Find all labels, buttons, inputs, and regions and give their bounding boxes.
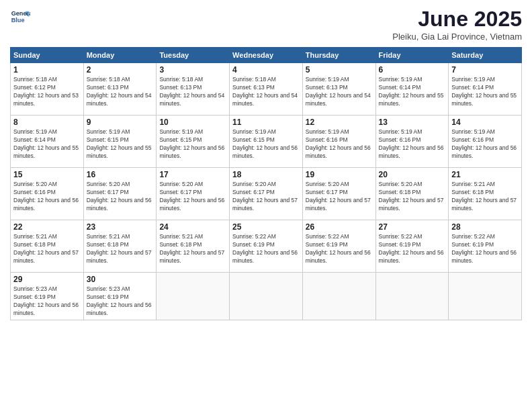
day-info: Sunrise: 5:20 AM Sunset: 6:18 PM Dayligh… [379,181,446,213]
table-row [230,273,303,320]
title-block: June 2025 Pleiku, Gia Lai Province, Viet… [392,7,522,42]
calendar-table: Sunday Monday Tuesday Wednesday Thursday… [10,47,522,320]
header-row: Sunday Monday Tuesday Wednesday Thursday… [11,48,522,63]
day-number: 4 [232,65,300,75]
svg-text:Blue: Blue [11,17,25,24]
table-row [157,273,230,320]
day-number: 18 [232,170,300,179]
day-number: 28 [451,222,519,232]
table-row: 2 Sunrise: 5:18 AM Sunset: 6:13 PM Dayli… [83,63,157,116]
day-number: 14 [451,118,519,127]
day-number: 23 [87,222,154,232]
day-info: Sunrise: 5:19 AM Sunset: 6:13 PM Dayligh… [306,76,373,108]
day-info: Sunrise: 5:21 AM Sunset: 6:18 PM Dayligh… [451,181,519,213]
table-row: 12 Sunrise: 5:19 AM Sunset: 6:16 PM Dayl… [302,116,375,168]
day-number: 15 [13,170,81,179]
day-number: 25 [232,222,300,232]
day-info: Sunrise: 5:19 AM Sunset: 6:14 PM Dayligh… [379,76,446,108]
table-row: 23 Sunrise: 5:21 AM Sunset: 6:18 PM Dayl… [83,220,157,273]
day-info: Sunrise: 5:19 AM Sunset: 6:15 PM Dayligh… [159,128,226,161]
table-row: 1 Sunrise: 5:18 AM Sunset: 6:12 PM Dayli… [11,63,84,116]
day-info: Sunrise: 5:18 AM Sunset: 6:12 PM Dayligh… [13,76,81,108]
logo: General Blue [10,7,30,27]
table-row: 24 Sunrise: 5:21 AM Sunset: 6:18 PM Dayl… [157,220,230,273]
day-number: 7 [451,65,519,75]
day-info: Sunrise: 5:21 AM Sunset: 6:18 PM Dayligh… [13,233,81,265]
col-tuesday: Tuesday [157,48,230,63]
table-row: 20 Sunrise: 5:20 AM Sunset: 6:18 PM Dayl… [375,168,449,220]
table-row: 7 Sunrise: 5:19 AM Sunset: 6:14 PM Dayli… [449,63,522,116]
day-number: 20 [379,170,446,179]
day-info: Sunrise: 5:20 AM Sunset: 6:17 PM Dayligh… [159,181,226,213]
table-row: 6 Sunrise: 5:19 AM Sunset: 6:14 PM Dayli… [375,63,449,116]
day-number: 1 [13,65,81,75]
day-info: Sunrise: 5:19 AM Sunset: 6:15 PM Dayligh… [232,128,300,161]
table-row: 27 Sunrise: 5:22 AM Sunset: 6:19 PM Dayl… [375,220,449,273]
day-number: 21 [451,170,519,179]
table-row: 14 Sunrise: 5:19 AM Sunset: 6:16 PM Dayl… [449,116,522,168]
day-info: Sunrise: 5:19 AM Sunset: 6:16 PM Dayligh… [306,128,373,161]
day-info: Sunrise: 5:21 AM Sunset: 6:18 PM Dayligh… [87,233,154,265]
table-row [375,273,449,320]
month-title: June 2025 [392,7,522,32]
day-number: 24 [159,222,226,232]
day-number: 30 [87,275,154,284]
day-number: 6 [379,65,446,75]
day-number: 8 [13,118,81,127]
day-number: 26 [306,222,373,232]
day-number: 13 [379,118,446,127]
day-info: Sunrise: 5:19 AM Sunset: 6:15 PM Dayligh… [87,128,154,161]
table-row: 25 Sunrise: 5:22 AM Sunset: 6:19 PM Dayl… [230,220,303,273]
day-info: Sunrise: 5:18 AM Sunset: 6:13 PM Dayligh… [232,76,300,108]
col-wednesday: Wednesday [230,48,303,63]
table-row: 4 Sunrise: 5:18 AM Sunset: 6:13 PM Dayli… [230,63,303,116]
calendar-week-row: 15 Sunrise: 5:20 AM Sunset: 6:16 PM Dayl… [11,168,522,220]
table-row: 13 Sunrise: 5:19 AM Sunset: 6:16 PM Dayl… [375,116,449,168]
logo-icon: General Blue [10,7,30,27]
table-row: 29 Sunrise: 5:23 AM Sunset: 6:19 PM Dayl… [11,273,84,320]
col-friday: Friday [375,48,449,63]
day-number: 12 [306,118,373,127]
day-info: Sunrise: 5:23 AM Sunset: 6:19 PM Dayligh… [13,285,81,318]
day-number: 10 [159,118,226,127]
calendar-week-row: 8 Sunrise: 5:19 AM Sunset: 6:14 PM Dayli… [11,116,522,168]
day-info: Sunrise: 5:20 AM Sunset: 6:17 PM Dayligh… [306,181,373,213]
day-info: Sunrise: 5:23 AM Sunset: 6:19 PM Dayligh… [87,285,154,318]
table-row: 3 Sunrise: 5:18 AM Sunset: 6:13 PM Dayli… [157,63,230,116]
day-info: Sunrise: 5:21 AM Sunset: 6:18 PM Dayligh… [159,233,226,265]
page: General Blue June 2025 Pleiku, Gia Lai P… [0,0,532,411]
table-row: 10 Sunrise: 5:19 AM Sunset: 6:15 PM Dayl… [157,116,230,168]
table-row: 8 Sunrise: 5:19 AM Sunset: 6:14 PM Dayli… [11,116,84,168]
table-row: 17 Sunrise: 5:20 AM Sunset: 6:17 PM Dayl… [157,168,230,220]
calendar-week-row: 1 Sunrise: 5:18 AM Sunset: 6:12 PM Dayli… [11,63,522,116]
day-number: 22 [13,222,81,232]
col-sunday: Sunday [11,48,84,63]
table-row: 15 Sunrise: 5:20 AM Sunset: 6:16 PM Dayl… [11,168,84,220]
day-info: Sunrise: 5:18 AM Sunset: 6:13 PM Dayligh… [159,76,226,108]
table-row: 5 Sunrise: 5:19 AM Sunset: 6:13 PM Dayli… [302,63,375,116]
table-row: 26 Sunrise: 5:22 AM Sunset: 6:19 PM Dayl… [302,220,375,273]
table-row: 28 Sunrise: 5:22 AM Sunset: 6:19 PM Dayl… [449,220,522,273]
day-number: 16 [87,170,154,179]
day-info: Sunrise: 5:19 AM Sunset: 6:14 PM Dayligh… [451,76,519,108]
calendar-week-row: 29 Sunrise: 5:23 AM Sunset: 6:19 PM Dayl… [11,273,522,320]
table-row: 30 Sunrise: 5:23 AM Sunset: 6:19 PM Dayl… [83,273,157,320]
col-saturday: Saturday [449,48,522,63]
day-info: Sunrise: 5:19 AM Sunset: 6:14 PM Dayligh… [13,128,81,161]
table-row: 19 Sunrise: 5:20 AM Sunset: 6:17 PM Dayl… [302,168,375,220]
table-row: 16 Sunrise: 5:20 AM Sunset: 6:17 PM Dayl… [83,168,157,220]
location: Pleiku, Gia Lai Province, Vietnam [392,32,522,42]
day-number: 2 [87,65,154,75]
day-number: 17 [159,170,226,179]
day-number: 19 [306,170,373,179]
day-number: 27 [379,222,446,232]
table-row [449,273,522,320]
table-row: 22 Sunrise: 5:21 AM Sunset: 6:18 PM Dayl… [11,220,84,273]
day-info: Sunrise: 5:20 AM Sunset: 6:16 PM Dayligh… [13,181,81,213]
table-row: 9 Sunrise: 5:19 AM Sunset: 6:15 PM Dayli… [83,116,157,168]
day-info: Sunrise: 5:20 AM Sunset: 6:17 PM Dayligh… [87,181,154,213]
day-info: Sunrise: 5:19 AM Sunset: 6:16 PM Dayligh… [379,128,446,161]
day-info: Sunrise: 5:20 AM Sunset: 6:17 PM Dayligh… [232,181,300,213]
table-row: 21 Sunrise: 5:21 AM Sunset: 6:18 PM Dayl… [449,168,522,220]
header: General Blue June 2025 Pleiku, Gia Lai P… [10,7,522,42]
